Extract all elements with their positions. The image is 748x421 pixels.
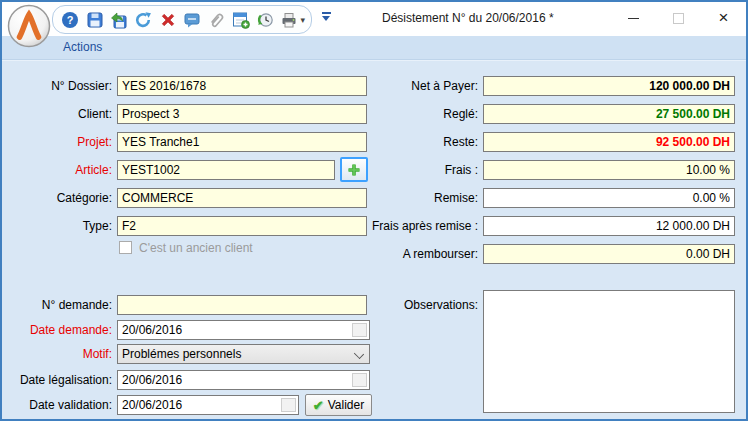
observations-textarea[interactable] — [483, 290, 735, 413]
menu-actions[interactable]: Actions — [57, 36, 108, 60]
client-input[interactable] — [117, 104, 367, 124]
label-observations: Observations: — [358, 295, 478, 315]
type-input[interactable] — [117, 216, 367, 236]
label-reste: Reste: — [358, 132, 478, 152]
app-logo-icon[interactable] — [7, 4, 51, 48]
refresh-icon[interactable] — [132, 8, 154, 32]
minimize-button[interactable] — [611, 2, 656, 34]
net-a-payer-field[interactable] — [483, 76, 735, 96]
reste-field[interactable] — [483, 132, 735, 152]
remise-field[interactable] — [483, 188, 735, 208]
menu-bar: Actions — [2, 36, 746, 60]
quick-access-toolbar: ? — [52, 5, 312, 34]
frais-apres-remise-field[interactable] — [483, 216, 735, 236]
help-icon[interactable]: ? — [59, 8, 81, 32]
projet-input[interactable] — [117, 132, 367, 152]
label-date-demande: Date demande: — [2, 320, 112, 340]
label-motif: Motif: — [2, 344, 112, 364]
label-date-legalisation: Date légalisation: — [2, 370, 112, 390]
label-remise: Remise: — [358, 188, 478, 208]
date-validation-picker-button[interactable] — [281, 398, 296, 412]
label-a-rembourser: A rembourser: — [358, 244, 478, 264]
form-area: N° Dossier: Client: Projet: Article: Cat… — [2, 60, 746, 419]
date-demande-field[interactable] — [117, 320, 370, 340]
close-button[interactable]: × — [701, 2, 746, 34]
window-controls: × — [611, 2, 746, 34]
ancien-client-checkbox[interactable] — [119, 241, 132, 254]
num-demande-input[interactable] — [117, 295, 367, 315]
dossier-input[interactable] — [117, 76, 367, 96]
valider-button[interactable]: ✔ Valider — [305, 394, 372, 416]
save-icon[interactable] — [83, 8, 105, 32]
save-as-icon[interactable] — [108, 8, 130, 32]
ancien-client-label: C'est un ancien client — [139, 241, 253, 255]
attachment-icon[interactable] — [205, 8, 227, 32]
date-legalisation-input[interactable] — [118, 371, 369, 389]
label-categorie: Catégorie: — [2, 188, 112, 208]
delete-icon[interactable] — [156, 8, 178, 32]
label-article: Article: — [2, 160, 112, 180]
window-title: Désistement N° du 20/06/2016 * — [382, 2, 554, 36]
toolbar-overflow-button[interactable] — [320, 11, 332, 25]
label-client: Client: — [2, 104, 112, 124]
svg-text:?: ? — [67, 14, 74, 26]
comment-icon[interactable] — [181, 8, 203, 32]
frais-field[interactable] — [483, 160, 735, 180]
label-regle: Reglé: — [358, 104, 478, 124]
label-frais-apres-remise: Frais après remise : — [358, 216, 478, 236]
application-window: ? — [0, 0, 748, 421]
categorie-input[interactable] — [117, 188, 367, 208]
title-bar: ? — [2, 2, 746, 36]
label-num-demande: N° demande: — [2, 295, 112, 315]
add-calculation-icon[interactable] — [229, 8, 251, 32]
motif-selected-value: Problémes personnels — [122, 347, 241, 361]
print-icon[interactable] — [278, 8, 300, 32]
print-dropdown-icon[interactable]: ▾ — [300, 15, 305, 25]
date-validation-field[interactable] — [117, 395, 299, 415]
double-check-icon: ✔ — [313, 398, 324, 413]
chevron-down-icon — [354, 349, 364, 359]
maximize-button[interactable] — [656, 2, 701, 34]
date-demande-picker-button[interactable] — [352, 323, 367, 337]
date-legalisation-field[interactable] — [117, 370, 370, 390]
label-type: Type: — [2, 216, 112, 236]
article-input[interactable] — [117, 160, 335, 180]
label-dossier: N° Dossier: — [2, 76, 112, 96]
label-projet: Projet: — [2, 132, 112, 152]
date-legalisation-picker-button[interactable] — [352, 373, 367, 387]
date-demande-input[interactable] — [118, 321, 369, 339]
label-date-validation: Date validation: — [2, 395, 112, 415]
history-icon[interactable] — [254, 8, 276, 32]
regle-field[interactable] — [483, 104, 735, 124]
date-validation-input[interactable] — [118, 396, 298, 414]
a-rembourser-field[interactable] — [483, 244, 735, 264]
motif-select[interactable]: Problémes personnels — [117, 344, 370, 364]
label-frais: Frais : — [358, 160, 478, 180]
label-net-a-payer: Net à Payer: — [358, 76, 478, 96]
valider-button-label: Valider — [328, 398, 364, 412]
